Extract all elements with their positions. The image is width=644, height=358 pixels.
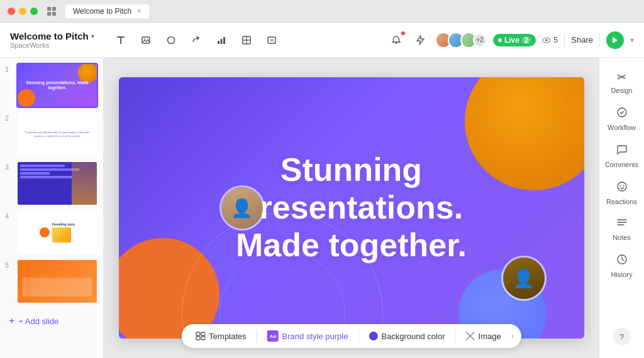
history-tool-button[interactable]: History (603, 249, 641, 283)
brand-style-icon: Aa (267, 330, 279, 342)
svg-rect-6 (142, 37, 150, 43)
workspace-name: SpaceWorks (10, 41, 94, 49)
slide-1-text: Stunning presentations. Made together. (23, 80, 92, 91)
embed-tool-button[interactable] (263, 31, 280, 49)
toolbar-expand-chevron[interactable]: › (511, 332, 514, 340)
svg-rect-10 (220, 39, 222, 44)
toolbar-divider-3 (455, 330, 456, 342)
slide-preview-inner-2: To provide every Martian with an opportu… (18, 113, 97, 156)
help-button[interactable]: ? (613, 328, 631, 345)
svg-rect-0 (47, 7, 51, 11)
notification-dot (401, 31, 405, 35)
svg-point-25 (618, 108, 626, 117)
tab[interactable]: Welcome to Pitch ✕ (65, 4, 149, 18)
slide-thumb-3[interactable]: 3 (5, 161, 98, 206)
history-label: History (611, 271, 632, 278)
svg-point-18 (545, 39, 548, 41)
tab-close-icon[interactable]: ✕ (136, 8, 142, 14)
slide-number-5: 5 (5, 261, 13, 269)
workflow-label: Workflow (608, 124, 636, 131)
image-tool-button[interactable] (137, 31, 155, 49)
main-content: 1 Stunning presentations. Made together. (0, 58, 644, 358)
collaborator-avatars: +2 (435, 32, 487, 48)
slide-4-text: Founding story (52, 222, 75, 226)
separator-2 (599, 34, 600, 46)
svg-rect-11 (223, 37, 225, 44)
title-chevron-icon[interactable]: ▾ (91, 33, 94, 40)
workflow-tool-button[interactable]: Workflow (603, 102, 641, 136)
views-count: 5 (542, 35, 558, 45)
templates-label: Templates (209, 332, 246, 341)
header-right: +2 Live 2 5 Share ▾ (387, 31, 634, 49)
slide-preview-inner-4: Founding story (18, 211, 97, 254)
design-tool-button[interactable]: ✂ Design (603, 65, 641, 99)
presentation-title: Welcome to Pitch (10, 31, 89, 41)
slide-thumb-2[interactable]: 2 To provide every Martian with an oppor… (5, 112, 98, 157)
present-button[interactable] (606, 31, 624, 49)
notes-label: Notes (613, 234, 631, 241)
comments-tool-button[interactable]: Comments (603, 139, 641, 173)
share-button[interactable]: Share (571, 35, 593, 45)
history-icon (616, 254, 628, 268)
background-color-button[interactable]: Background color (362, 329, 451, 344)
slide-canvas[interactable]: Stunning presentations. Made together. 👤… (119, 77, 584, 339)
background-color-label: Background color (381, 332, 445, 341)
views-number: 5 (553, 35, 558, 45)
plus-icon: + (9, 315, 14, 327)
slide-thumb-5[interactable]: 5 (5, 259, 98, 304)
header-title-area: Welcome to Pitch ▾ SpaceWorks (10, 31, 107, 49)
lightning-button[interactable] (411, 31, 429, 49)
svg-rect-20 (201, 332, 204, 335)
svg-rect-21 (196, 337, 199, 340)
workflow-icon (616, 107, 628, 121)
live-dot (498, 38, 502, 42)
close-button[interactable] (8, 8, 15, 15)
svg-rect-16 (270, 39, 274, 41)
image-button[interactable]: Image (460, 329, 508, 344)
templates-button[interactable]: Templates (189, 329, 252, 344)
circle-tool-button[interactable] (162, 31, 180, 49)
presenter-avatar-1: 👤 (219, 185, 265, 231)
table-tool-button[interactable] (238, 31, 255, 49)
live-label: Live (504, 36, 519, 45)
svg-rect-22 (201, 337, 204, 340)
brand-style-button[interactable]: Aa Brand style purple (261, 328, 355, 344)
reactions-icon (616, 181, 628, 195)
arrow-tool-button[interactable] (187, 31, 205, 49)
notification-bell-button[interactable] (387, 31, 405, 49)
toolbar-divider-2 (358, 330, 358, 342)
avatar-face-1: 👤 (221, 187, 263, 229)
reactions-tool-button[interactable]: Reactions (603, 176, 641, 210)
svg-rect-4 (117, 36, 125, 38)
notes-tool-button[interactable]: Notes (603, 213, 641, 246)
right-sidebar: ✂ Design Workflow Comments Reactions (599, 58, 644, 358)
chart-tool-button[interactable] (213, 31, 230, 49)
tool-bar (112, 31, 280, 49)
add-slide-button[interactable]: + + Add slide (5, 310, 98, 332)
slide-thumb-4[interactable]: 4 Founding story (5, 210, 98, 255)
svg-rect-5 (120, 38, 121, 44)
separator (564, 34, 565, 46)
svg-point-8 (167, 36, 174, 43)
minimize-button[interactable] (19, 8, 26, 15)
bottom-toolbar: Templates Aa Brand style purple Backgrou… (181, 324, 521, 348)
svg-rect-3 (52, 12, 56, 16)
window-controls (8, 8, 38, 15)
notes-icon (616, 218, 628, 231)
brand-style-label: Brand style purple (282, 332, 348, 341)
maximize-button[interactable] (30, 8, 38, 15)
slide-number-2: 2 (5, 114, 13, 122)
avatar-face-2: 👤 (503, 258, 545, 299)
comment-icon (616, 144, 628, 158)
reactions-label: Reactions (606, 198, 637, 205)
avatar-overflow-count: +2 (473, 33, 487, 47)
slide-thumb-1[interactable]: 1 Stunning presentations. Made together. (5, 63, 98, 108)
slide-preview-5 (16, 259, 98, 304)
present-options-chevron[interactable]: ▾ (630, 36, 634, 45)
slide-preview-4: Founding story (16, 210, 98, 255)
design-label: Design (611, 87, 632, 94)
header: Welcome to Pitch ▾ SpaceWorks (0, 23, 644, 58)
text-tool-button[interactable] (112, 31, 130, 49)
canvas-area: Stunning presentations. Made together. 👤… (104, 58, 599, 358)
svg-rect-1 (52, 7, 56, 11)
